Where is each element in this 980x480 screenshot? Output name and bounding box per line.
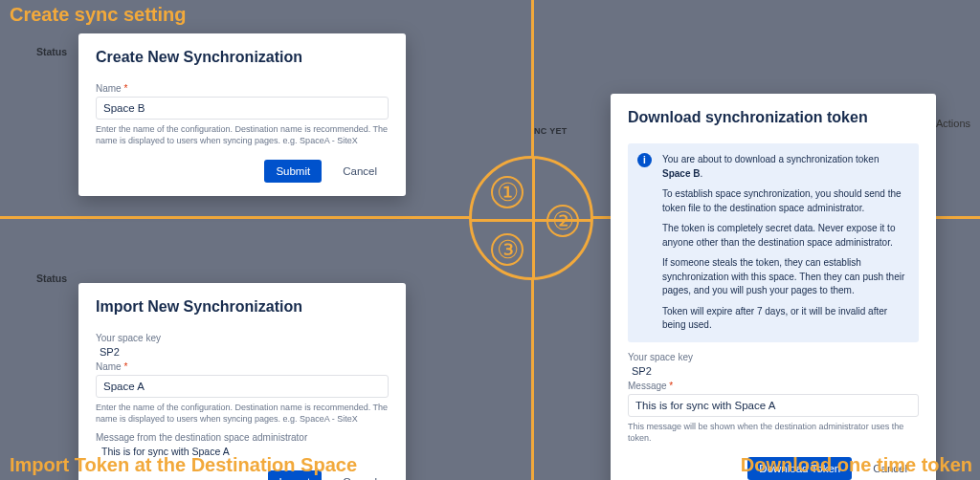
import-sync-dialog: Import New Synchronization Your space ke… <box>78 283 406 480</box>
download-info-line5: Token will expire after 7 days, or it wi… <box>662 305 907 333</box>
step-1-badge: ① <box>491 176 523 208</box>
download-info-line4: If someone steals the token, they can es… <box>662 256 907 298</box>
download-info-line3: The token is completely secret data. Nev… <box>662 222 907 250</box>
download-info-panel: i You are about to download a synchroniz… <box>628 143 919 342</box>
create-submit-button[interactable]: Submit <box>264 160 322 183</box>
download-message-label: Message <box>628 381 919 391</box>
create-name-input[interactable] <box>96 97 389 120</box>
create-name-label: Name <box>96 83 389 94</box>
bg-actions-col: Actions <box>936 118 970 129</box>
download-space-key-value: SP2 <box>628 365 919 377</box>
step-3-badge: ③ <box>491 233 523 266</box>
info-icon: i <box>637 153 652 167</box>
download-info-line1: You are about to download a synchronizat… <box>662 153 907 181</box>
import-space-key-label: Your space key <box>96 333 389 343</box>
bg-no-sync: NC YET <box>534 126 568 136</box>
create-dialog-title: Create New Synchronization <box>96 49 389 66</box>
import-admin-msg-label: Message from the destination space admin… <box>96 432 389 443</box>
download-dialog-title: Download synchronization token <box>628 109 919 126</box>
download-token-dialog: Download synchronization token i You are… <box>611 94 936 480</box>
download-message-hint: This message will be shown when the dest… <box>628 421 919 444</box>
import-space-key-value: SP2 <box>96 346 389 358</box>
bg-status-col-1: Status <box>36 46 67 57</box>
download-info-line2: To establish space synchronization, you … <box>662 187 907 215</box>
create-name-hint: Enter the name of the configuration. Des… <box>96 123 389 146</box>
create-cancel-button[interactable]: Cancel <box>331 160 389 183</box>
step-2-badge: ② <box>546 205 579 237</box>
divider-vertical <box>531 0 534 480</box>
import-name-input[interactable] <box>96 375 389 398</box>
quadrant-title-download: Download one time token <box>741 454 972 476</box>
download-message-input[interactable] <box>628 394 919 417</box>
import-name-label: Name <box>96 361 389 372</box>
quadrant-title-create: Create sync setting <box>10 4 187 26</box>
create-sync-dialog: Create New Synchronization Name Enter th… <box>78 33 406 196</box>
bg-status-col-2: Status <box>36 273 67 284</box>
download-space-key-label: Your space key <box>628 352 919 362</box>
import-dialog-title: Import New Synchronization <box>96 298 389 316</box>
quadrant-title-import: Import Token at the Destination Space <box>10 454 357 476</box>
import-name-hint: Enter the name of the configuration. Des… <box>96 402 389 425</box>
